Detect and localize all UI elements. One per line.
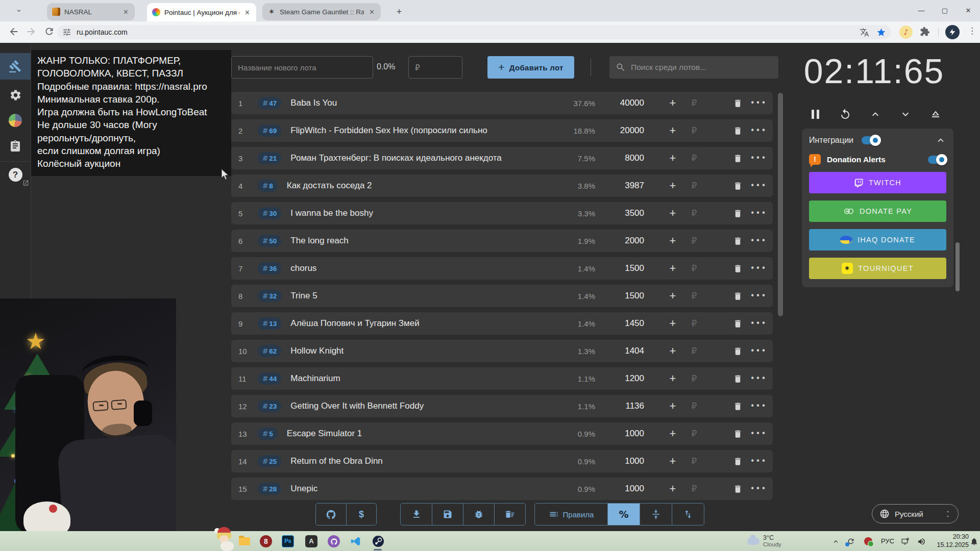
tourniquet-button[interactable]: ✶ TOURNIQUET (809, 258, 946, 279)
percent-mode-button[interactable]: % (607, 504, 640, 525)
twitch-button[interactable]: TWITCH (809, 172, 946, 193)
scrollbar-thumb[interactable] (778, 93, 783, 316)
lot-name[interactable]: chorus (290, 263, 561, 273)
lot-more-button[interactable]: ••• (750, 346, 773, 356)
lot-delete-button[interactable] (730, 374, 745, 384)
tray-antivirus-icon[interactable] (864, 537, 873, 546)
lot-search-input[interactable] (631, 63, 772, 72)
lot-amount[interactable]: 3987 (595, 181, 644, 191)
lot-more-button[interactable]: ••• (750, 429, 773, 438)
lot-add-bid-button[interactable]: + (663, 152, 683, 165)
file-explorer-icon[interactable] (238, 535, 251, 548)
lot-name[interactable]: Unepic (290, 484, 561, 494)
lot-more-button[interactable]: ••• (750, 209, 773, 218)
lot-currency-button[interactable]: ₽ (684, 373, 704, 384)
lot-name[interactable]: Machinarium (290, 373, 561, 384)
lot-amount[interactable]: 3500 (595, 208, 644, 218)
sort-button[interactable] (672, 504, 704, 525)
lot-name[interactable]: Trine 5 (290, 291, 561, 301)
ihaq-donate-button[interactable]: IHAQ DONATE (809, 229, 946, 251)
lot-amount[interactable]: 1404 (595, 346, 644, 356)
lot-amount[interactable]: 1000 (595, 456, 644, 466)
lot-name[interactable]: Алёша Попович и Тугарин Змей (290, 318, 561, 329)
browser-tab-steam-gauntlet[interactable]: ✶ Steam Game Gauntlet :: Rando ✕ (262, 3, 381, 20)
lot-more-button[interactable]: ••• (750, 181, 773, 190)
extensions-puzzle-icon[interactable] (920, 27, 931, 38)
lot-name[interactable]: Hollow Knight (290, 346, 561, 356)
lot-delete-button[interactable] (730, 181, 745, 191)
lot-currency-button[interactable]: ₽ (684, 153, 704, 163)
lot-delete-button[interactable] (730, 209, 745, 218)
tray-chevron-icon[interactable] (831, 537, 840, 546)
lot-currency-button[interactable]: ₽ (684, 318, 704, 329)
lot-delete-button[interactable] (730, 126, 745, 136)
timer-max-time-button[interactable] (928, 107, 943, 121)
lot-delete-button[interactable] (730, 484, 745, 494)
steam-icon[interactable] (372, 535, 385, 548)
lot-amount[interactable]: 1500 (595, 291, 644, 301)
lot-delete-button[interactable] (730, 402, 745, 411)
lot-more-button[interactable]: ••• (750, 402, 773, 411)
lot-add-bid-button[interactable]: + (663, 124, 683, 137)
lot-delete-button[interactable] (730, 98, 745, 108)
bookmark-star-icon[interactable] (876, 28, 886, 37)
lot-more-button[interactable]: ••• (750, 126, 773, 135)
lot-add-bid-button[interactable]: + (663, 482, 683, 495)
lot-more-button[interactable]: ••• (750, 236, 773, 245)
tab-close-icon[interactable]: ✕ (243, 9, 251, 16)
lots-scrollbar[interactable] (778, 92, 783, 500)
lot-delete-button[interactable] (730, 236, 745, 246)
tray-volume-icon[interactable] (917, 537, 926, 546)
clear-all-button[interactable] (494, 504, 525, 525)
browser-tab-pointauc[interactable]: Pointauc | Аукцион для стриме ✕ (147, 3, 256, 21)
lot-add-bid-button[interactable]: + (663, 317, 683, 330)
donate-dollar-button[interactable]: $ (346, 504, 376, 525)
lot-amount[interactable]: 1200 (595, 373, 644, 384)
lot-currency-button[interactable]: ₽ (684, 208, 704, 218)
lot-amount[interactable]: 1500 (595, 263, 644, 273)
window-close-button[interactable]: ✕ (957, 0, 980, 20)
sidebar-item-settings[interactable] (0, 82, 31, 108)
donate-pay-button[interactable]: DONATE PAY (809, 201, 946, 222)
lot-name[interactable]: Как достать соседа 2 (287, 181, 561, 191)
lot-delete-button[interactable] (730, 291, 745, 301)
window-minimize-button[interactable]: — (910, 0, 933, 20)
lot-add-bid-button[interactable]: + (663, 207, 683, 220)
github-desktop-icon[interactable] (327, 535, 340, 548)
lot-add-bid-button[interactable]: + (663, 179, 683, 192)
translate-icon[interactable] (860, 28, 869, 37)
integrations-toggle[interactable] (862, 136, 880, 144)
lot-currency-button[interactable]: ₽ (684, 456, 704, 466)
bug-report-button[interactable] (463, 504, 494, 525)
new-lot-amount-input[interactable] (408, 56, 462, 79)
save-button[interactable] (432, 504, 463, 525)
timer-pause-button[interactable] (807, 107, 823, 121)
lot-amount[interactable]: 1450 (595, 318, 644, 329)
add-lot-button[interactable]: + Добавить лот (487, 56, 574, 79)
tab-close-icon[interactable]: ✕ (368, 8, 376, 16)
browser-menu-icon[interactable]: ⋮ (968, 26, 976, 36)
lot-delete-button[interactable] (730, 429, 745, 439)
lot-currency-button[interactable]: ₽ (684, 429, 704, 439)
lot-delete-button[interactable] (730, 457, 745, 466)
lot-more-button[interactable]: ••• (750, 374, 773, 383)
notifications-bell-icon[interactable] (969, 537, 978, 546)
lot-delete-button[interactable] (730, 154, 745, 163)
rules-button[interactable]: Правила (535, 504, 607, 525)
tray-display-icon[interactable] (900, 537, 910, 546)
lot-add-bid-button[interactable]: + (663, 262, 683, 275)
lot-amount[interactable]: 8000 (595, 153, 644, 163)
github-button[interactable] (316, 504, 346, 525)
timer-subtract-time-button[interactable] (898, 107, 913, 121)
lot-name[interactable]: Getting Over It with Bennett Foddy (290, 401, 561, 411)
compact-view-button[interactable] (640, 504, 672, 525)
lot-add-bid-button[interactable]: + (663, 427, 683, 440)
lot-amount[interactable]: 1000 (595, 429, 644, 439)
dark-a-app-icon[interactable]: A (305, 535, 318, 548)
donation-alerts-toggle[interactable] (928, 156, 946, 164)
reload-icon[interactable] (44, 26, 56, 38)
red-app-icon[interactable]: 8 (259, 535, 273, 548)
lot-add-bid-button[interactable]: + (663, 455, 683, 468)
timer-add-time-button[interactable] (868, 107, 883, 121)
tray-sync-icon[interactable] (846, 537, 855, 546)
